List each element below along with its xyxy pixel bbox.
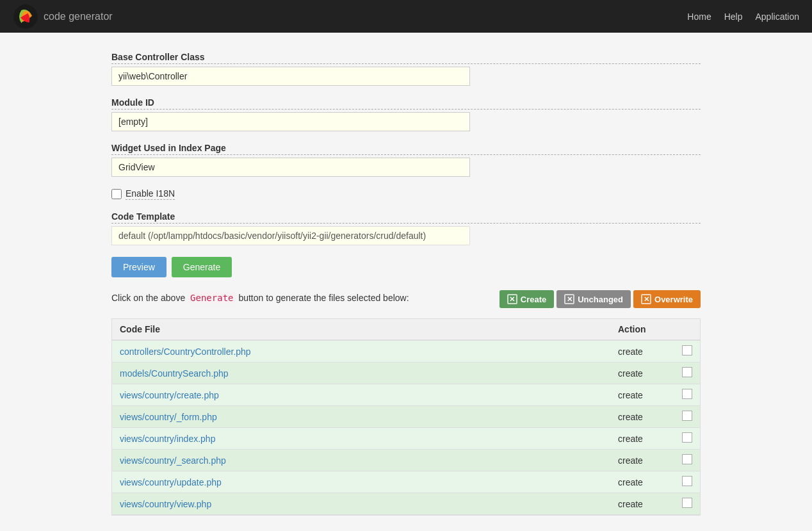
row-checkbox[interactable] — [682, 411, 692, 421]
file-table-body: controllers/CountryController.phpcreatem… — [112, 340, 700, 515]
table-header-row: Code File Action — [112, 319, 700, 340]
row-checkbox[interactable] — [682, 367, 692, 377]
module-id-input[interactable] — [111, 112, 470, 131]
legend-create-button[interactable]: ✕ Create — [499, 290, 554, 308]
generate-notice: Click on the above Generate button to ge… — [111, 293, 409, 303]
row-checkbox-cell — [674, 428, 700, 450]
file-cell: views/country/update.php — [112, 471, 610, 493]
module-id-label: Module ID — [111, 97, 701, 110]
row-checkbox-cell — [674, 471, 700, 493]
legend-unchanged-button[interactable]: ✕ Unchanged — [556, 290, 631, 308]
preview-button[interactable]: Preview — [111, 257, 166, 277]
table-row: views/country/view.phpcreate — [112, 493, 700, 515]
file-link[interactable]: views/country/create.php — [120, 390, 219, 400]
row-checkbox[interactable] — [682, 476, 692, 486]
file-link[interactable]: views/country/update.php — [120, 477, 222, 487]
enable-i18n-group: Enable I18N — [111, 188, 701, 200]
brand-link[interactable]: code generator — [13, 4, 113, 29]
col-header-action: Action — [610, 319, 674, 340]
table-row: views/country/create.phpcreate — [112, 384, 700, 406]
action-cell: create — [610, 406, 674, 428]
file-cell: views/country/_form.php — [112, 406, 610, 428]
file-cell: models/CountrySearch.php — [112, 363, 610, 384]
nav-help[interactable]: Help — [724, 8, 743, 25]
widget-used-input[interactable] — [111, 158, 470, 177]
file-table: Code File Action controllers/CountryCont… — [112, 319, 700, 515]
file-link[interactable]: views/country/view.php — [120, 499, 211, 509]
file-cell: views/country/create.php — [112, 384, 610, 406]
action-cell: create — [610, 493, 674, 515]
row-checkbox-cell — [674, 384, 700, 406]
action-cell: create — [610, 384, 674, 406]
row-checkbox[interactable] — [682, 432, 692, 443]
legend-create-label: Create — [521, 295, 546, 304]
top-nav: Home Help Application — [687, 8, 799, 25]
col-header-code-file: Code File — [112, 319, 610, 340]
file-link[interactable]: models/CountrySearch.php — [120, 368, 229, 379]
action-cell: create — [610, 363, 674, 384]
brand-title: code generator — [44, 11, 113, 22]
file-cell: views/country/_search.php — [112, 450, 610, 471]
main-content: Base Controller Class Module ID Widget U… — [99, 52, 713, 516]
row-checkbox-cell — [674, 340, 700, 363]
table-row: views/country/_form.phpcreate — [112, 406, 700, 428]
notice-text-before: Click on the above — [111, 293, 188, 303]
table-row: controllers/CountryController.phpcreate — [112, 340, 700, 363]
file-cell: views/country/view.php — [112, 493, 610, 515]
widget-used-group: Widget Used in Index Page — [111, 143, 701, 177]
file-table-wrapper: Code File Action controllers/CountryCont… — [111, 318, 701, 516]
module-id-group: Module ID — [111, 97, 701, 131]
row-checkbox[interactable] — [682, 498, 692, 508]
legend-overwrite-label: Overwrite — [654, 295, 693, 304]
code-template-label: Code Template — [111, 211, 701, 224]
file-cell: views/country/index.php — [112, 428, 610, 450]
action-buttons: Preview Generate — [111, 257, 701, 277]
code-template-group: Code Template default (/opt/lampp/htdocs… — [111, 211, 701, 245]
notice-text-after: button to generate the files selected be… — [236, 293, 409, 303]
table-row: views/country/index.phpcreate — [112, 428, 700, 450]
table-row: views/country/update.phpcreate — [112, 471, 700, 493]
generate-button[interactable]: Generate — [172, 257, 232, 277]
action-cell: create — [610, 471, 674, 493]
enable-i18n-checkbox[interactable] — [111, 189, 122, 199]
overwrite-icon: ✕ — [641, 294, 651, 304]
row-checkbox-cell — [674, 450, 700, 471]
action-cell: create — [610, 450, 674, 471]
table-row: views/country/_search.phpcreate — [112, 450, 700, 471]
col-header-checkbox — [674, 319, 700, 340]
row-checkbox[interactable] — [682, 345, 692, 355]
row-checkbox-cell — [674, 493, 700, 515]
code-template-value: default (/opt/lampp/htdocs/basic/vendor/… — [111, 226, 470, 245]
file-link[interactable]: views/country/index.php — [120, 434, 215, 444]
yii-logo — [13, 4, 38, 29]
legend-overwrite-button[interactable]: ✕ Overwrite — [633, 290, 701, 308]
row-checkbox-cell — [674, 363, 700, 384]
create-icon: ✕ — [507, 294, 517, 304]
widget-used-label: Widget Used in Index Page — [111, 143, 701, 155]
legend-unchanged-label: Unchanged — [578, 295, 623, 304]
legend-buttons: ✕ Create ✕ Unchanged ✕ Overwrite — [499, 290, 701, 308]
notice-row: Click on the above Generate button to ge… — [111, 290, 701, 313]
base-controller-class-group: Base Controller Class — [111, 52, 701, 86]
unchanged-icon: ✕ — [564, 294, 574, 304]
row-checkbox-cell — [674, 406, 700, 428]
enable-i18n-label: Enable I18N — [126, 188, 175, 200]
file-link[interactable]: controllers/CountryController.php — [120, 347, 251, 357]
action-cell: create — [610, 340, 674, 363]
row-checkbox[interactable] — [682, 389, 692, 399]
nav-application[interactable]: Application — [756, 8, 800, 25]
table-row: models/CountrySearch.phpcreate — [112, 363, 700, 384]
file-link[interactable]: views/country/_search.php — [120, 455, 226, 466]
file-cell: controllers/CountryController.php — [112, 340, 610, 363]
nav-home[interactable]: Home — [687, 8, 711, 25]
base-controller-class-label: Base Controller Class — [111, 52, 701, 64]
action-cell: create — [610, 428, 674, 450]
row-checkbox[interactable] — [682, 454, 692, 464]
file-link[interactable]: views/country/_form.php — [120, 412, 217, 422]
navbar: code generator Home Help Application — [0, 0, 812, 33]
generate-keyword: Generate — [188, 292, 236, 304]
base-controller-class-input[interactable] — [111, 67, 470, 86]
